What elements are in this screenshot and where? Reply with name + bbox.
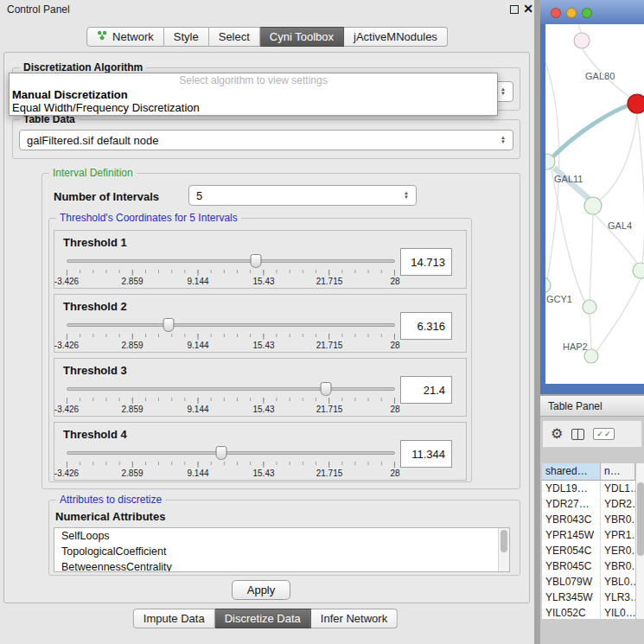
threshold-4-slider[interactable]	[67, 445, 395, 461]
threshold-1-label: Threshold 1	[63, 236, 127, 249]
slider-scale-label: 28	[390, 405, 399, 414]
gear-icon[interactable]: ⚙	[551, 427, 563, 441]
tab-network[interactable]: Network	[86, 27, 164, 47]
window-close-icon[interactable]: ✕	[522, 2, 534, 16]
table-panel-header: Table Panel	[540, 396, 644, 417]
table-row[interactable]: YBR043CYBR0…	[542, 512, 635, 527]
table-row[interactable]: YER054CYER0…	[542, 543, 635, 558]
node-gal80[interactable]	[574, 33, 590, 48]
table-cell: YDR27…	[542, 496, 601, 512]
table-cell: YDL19…	[542, 481, 601, 496]
table-panel-title: Table Panel	[548, 400, 603, 412]
list-scrollbar[interactable]	[498, 528, 509, 571]
node-label: GCY1	[546, 294, 572, 304]
tab-style[interactable]: Style	[164, 27, 209, 47]
table-scrollbar[interactable]	[635, 463, 644, 619]
apply-button[interactable]: Apply	[232, 580, 290, 600]
table-row[interactable]: YPR145WYPR1…	[542, 527, 635, 543]
slider-scale-label: 28	[390, 341, 399, 350]
slider-track[interactable]	[67, 259, 395, 263]
threshold-3-panel: Threshold 3 -3.4262.8599.14415.4321.7152…	[54, 358, 467, 417]
node-gal4[interactable]	[584, 197, 602, 214]
slider-track[interactable]	[67, 451, 395, 455]
slider-track[interactable]	[67, 323, 395, 327]
threshold-3-value-field[interactable]: 21.4	[400, 376, 452, 404]
slider-scale-label: 9.144	[187, 341, 208, 350]
slider-scale-label: 21.715	[316, 277, 343, 286]
slider-scale-label: 2.859	[121, 277, 143, 286]
threshold-1-value-field[interactable]: 14.713	[400, 248, 452, 276]
table-row[interactable]: YDL19…YDL1…	[542, 481, 635, 496]
tab-discretize-data[interactable]: Discretize Data	[215, 609, 311, 628]
tab-infer-network[interactable]: Infer Network	[311, 609, 398, 628]
threshold-1-panel: Threshold 1 -3.4262.8599.14415.4321.7152…	[54, 230, 467, 289]
traffic-light-zoom[interactable]	[582, 8, 592, 18]
table-data-combobox[interactable]: galFiltered.sif default node ▲▼	[19, 130, 513, 150]
node-gcy1[interactable]	[545, 277, 551, 293]
threshold-2-value-field[interactable]: 6.316	[400, 312, 452, 340]
tab-cyni-toolbox[interactable]: Cyni Toolbox	[260, 27, 344, 47]
threshold-2-slider[interactable]	[67, 317, 395, 333]
tab-jactivemnodules[interactable]: jActiveMNodules	[344, 27, 448, 47]
slider-track[interactable]	[67, 387, 395, 391]
dropdown-item-manual[interactable]: Manual Discretization	[10, 88, 497, 101]
number-of-intervals-spinner[interactable]: 5 ▲▼	[188, 185, 417, 206]
node-selected-red[interactable]	[628, 94, 644, 113]
dropdown-hint: Select algorithm to view settings	[10, 73, 497, 88]
window-restore-icon[interactable]	[510, 5, 519, 14]
table-row[interactable]: YIL052CYIL0…	[542, 605, 635, 619]
interval-definition-legend: Interval Definition	[49, 167, 137, 179]
tab-label: Style	[174, 30, 199, 43]
column-header-shared-name[interactable]: shared…	[542, 463, 601, 481]
network-canvas[interactable]: GAL80 GAL11 GAL4 GCY1 HAP2	[545, 24, 644, 384]
threshold-4-label: Threshold 4	[63, 428, 127, 441]
columns-icon[interactable]	[571, 429, 584, 440]
network-graph: GAL80 GAL11 GAL4 GCY1 HAP2	[545, 24, 644, 384]
table-cell: YER0…	[601, 543, 635, 558]
slider-thumb[interactable]	[321, 382, 332, 396]
slider-thumb[interactable]	[251, 254, 262, 268]
table-cell: YIL0…	[601, 605, 635, 619]
select-columns-icon[interactable]: ✓✓	[593, 428, 615, 440]
slider-scale-label: -3.426	[54, 469, 79, 478]
node[interactable]	[583, 300, 596, 314]
traffic-light-minimize[interactable]	[566, 8, 577, 18]
table-cell: YBL0…	[601, 574, 635, 590]
attribute-list-item[interactable]: BetweennessCentrality	[54, 559, 509, 572]
tab-impute-data[interactable]: Impute Data	[133, 609, 215, 628]
chevron-updown-icon: ▲▼	[495, 136, 506, 144]
spinner-arrows-icon: ▲▼	[399, 191, 409, 200]
threshold-1-slider[interactable]	[67, 253, 395, 269]
table-header-row: shared… n…	[542, 463, 635, 481]
threshold-2-panel: Threshold 2 -3.4262.8599.14415.4321.7152…	[54, 294, 467, 353]
node-table[interactable]: shared… n… YDL19…YDL1…YDR27…YDR2…YBR043C…	[542, 463, 635, 619]
discretization-algorithm-legend: Discretization Algorithm	[20, 61, 146, 73]
table-row[interactable]: YBL079WYBL0…	[542, 574, 635, 590]
network-window-titlebar[interactable]	[540, 0, 644, 24]
slider-scale-label: 2.859	[121, 405, 143, 414]
table-cell: YDL1…	[601, 481, 635, 496]
scrollbar-thumb[interactable]	[501, 530, 507, 552]
node[interactable]	[633, 263, 644, 278]
node-label: GAL4	[608, 220, 632, 231]
table-row[interactable]: YDR27…YDR2…	[542, 496, 635, 512]
slider-scale: -3.4262.8599.14415.4321.71528	[67, 341, 395, 351]
column-header-name[interactable]: n…	[601, 463, 635, 481]
slider-thumb[interactable]	[215, 446, 226, 460]
table-row[interactable]: YLR345WYLR3…	[542, 590, 635, 605]
table-cell: YLR345W	[542, 590, 601, 605]
threshold-4-value-field[interactable]: 11.344	[400, 440, 452, 468]
attribute-list-item[interactable]: TopologicalCoefficient	[54, 544, 509, 559]
slider-thumb[interactable]	[163, 318, 174, 332]
dropdown-item-equal-width[interactable]: Equal Width/Frequency Discretization	[10, 101, 497, 114]
slider-scale-label: -3.426	[54, 405, 79, 414]
traffic-light-close[interactable]	[551, 8, 561, 18]
attribute-list-item[interactable]: SelfLoops	[54, 528, 509, 544]
slider-scale-label: 2.859	[121, 469, 143, 478]
table-row[interactable]: YBR045CYBR0…	[542, 558, 635, 574]
numerical-attributes-list[interactable]: SelfLoopsTopologicalCoefficientBetweenne…	[54, 527, 510, 572]
slider-ticks-major	[67, 334, 395, 340]
tab-select[interactable]: Select	[209, 27, 260, 47]
threshold-3-slider[interactable]	[67, 381, 395, 397]
scrollbar-thumb[interactable]	[637, 482, 644, 556]
